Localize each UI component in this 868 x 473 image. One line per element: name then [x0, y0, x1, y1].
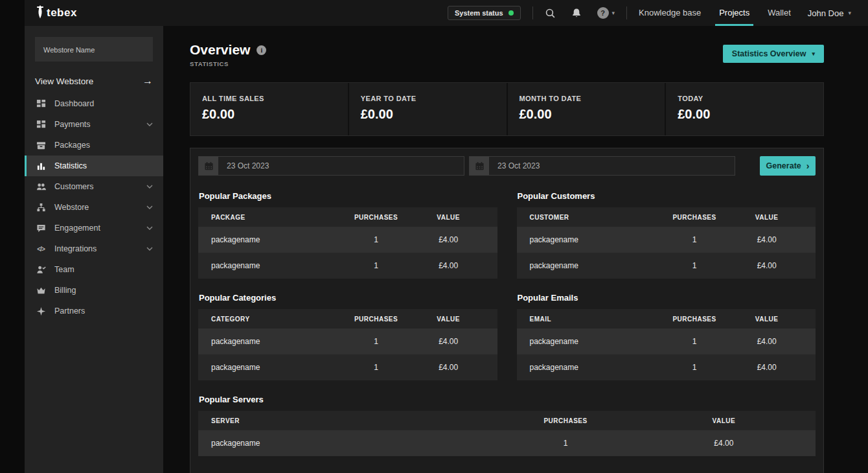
stat-label: MONTH TO DATE: [520, 95, 654, 102]
cell-name: packagename: [198, 261, 336, 270]
payments-grid-icon: [36, 120, 46, 130]
table-title: Popular Servers: [199, 395, 816, 404]
cell-purchases: 1: [336, 363, 417, 372]
column-header: PURCHASES: [654, 316, 735, 323]
cell-name: packagename: [517, 337, 654, 346]
chevron-down-icon: [146, 247, 153, 251]
sidebar-item-label: Engagement: [54, 224, 100, 233]
stat-label: TODAY: [678, 95, 812, 102]
webstore-name-input[interactable]: Webstore Name: [35, 37, 153, 62]
sidebar-item-label: Packages: [54, 141, 90, 150]
sidebar-item-billing[interactable]: Billing: [25, 280, 163, 301]
cell-value: £4.00: [649, 439, 816, 448]
column-header: VALUE: [735, 316, 816, 323]
stat-card-today: TODAY £0.00: [666, 83, 823, 135]
notifications-bell-icon[interactable]: [571, 8, 582, 18]
topbar-divider: [532, 6, 533, 19]
help-menu[interactable]: ? ▾: [597, 7, 615, 19]
sidebar-item-label: Customers: [54, 182, 93, 191]
user-menu[interactable]: John Doe ▾: [808, 8, 851, 18]
stat-card-all-time-sales: ALL TIME SALES £0.00: [190, 83, 348, 135]
cell-name: packagename: [517, 261, 654, 270]
table-header-row: CUSTOMER PURCHASES VALUE: [517, 207, 816, 227]
user-name: John Doe: [808, 8, 844, 18]
stat-card-year-to-date: YEAR TO DATE £0.00: [349, 83, 507, 135]
cell-value: £4.00: [735, 235, 816, 244]
sidebar-item-integrations[interactable]: </> Integrations: [25, 238, 163, 259]
sidebar: Webstore Name View Webstore → Dashboard …: [25, 26, 163, 473]
breadcrumb: STATISTICS: [190, 60, 266, 67]
page-header: Overview i STATISTICS Statistics Overvie…: [190, 42, 824, 67]
status-green-dot: [508, 10, 514, 16]
nav-knowledge-base[interactable]: Knowledge base: [639, 0, 701, 26]
table-header-row: EMAIL PURCHASES VALUE: [517, 309, 816, 329]
main-content: Overview i STATISTICS Statistics Overvie…: [163, 26, 868, 473]
sidebar-item-label: Payments: [54, 120, 91, 129]
stat-label: YEAR TO DATE: [361, 95, 495, 102]
statistics-panel: 23 Oct 2023 23 Oct 2023 Generate ›: [190, 148, 824, 473]
system-status-label: System status: [455, 9, 503, 17]
sidebar-item-payments[interactable]: Payments: [25, 114, 163, 135]
sidebar-nav: Dashboard Payments Packages: [25, 93, 163, 321]
dagger-logo-icon: [36, 5, 45, 21]
cell-name: packagename: [517, 363, 654, 372]
sidebar-item-partners[interactable]: Partners: [25, 301, 163, 321]
date-from-input[interactable]: 23 Oct 2023: [198, 156, 464, 176]
table-row: packagename 1 £4.00: [517, 354, 816, 380]
chat-bubble-icon: [36, 224, 46, 233]
table-row: packagename 1 £4.00: [198, 227, 497, 253]
cell-value: £4.00: [735, 261, 816, 270]
table-row: packagename 1 £4.00: [517, 329, 816, 354]
column-header: VALUE: [417, 214, 497, 221]
nav-wallet[interactable]: Wallet: [768, 0, 791, 26]
calendar-icon: [199, 157, 218, 175]
cell-value: £4.00: [417, 261, 497, 270]
date-to-input[interactable]: 23 Oct 2023: [469, 156, 735, 176]
system-status-badge[interactable]: System status: [448, 6, 521, 20]
sidebar-item-customers[interactable]: Customers: [25, 176, 163, 197]
cell-name: packagename: [198, 363, 336, 372]
search-icon[interactable]: [545, 8, 556, 19]
sidebar-item-label: Billing: [54, 286, 76, 295]
stats-summary-row: ALL TIME SALES £0.00 YEAR TO DATE £0.00 …: [190, 82, 824, 136]
sidebar-item-webstore[interactable]: Webstore: [25, 197, 163, 218]
table-row: packagename 1 £4.00: [198, 329, 497, 354]
help-icon: ?: [597, 7, 609, 19]
statistics-overview-dropdown-button[interactable]: Statistics Overview ▾: [723, 45, 824, 63]
sidebar-item-packages[interactable]: Packages: [25, 135, 163, 156]
info-icon[interactable]: i: [257, 45, 266, 55]
popular-customers-table: Popular Customers CUSTOMER PURCHASES VAL…: [517, 191, 816, 279]
column-header: PURCHASES: [482, 417, 648, 424]
sidebar-item-team[interactable]: Team: [25, 259, 163, 280]
table-header-row: SERVER PURCHASES VALUE: [198, 411, 816, 430]
chevron-down-icon: ▾: [848, 10, 851, 16]
stat-label: ALL TIME SALES: [202, 95, 336, 102]
cell-value: £4.00: [735, 337, 816, 346]
date-from-value: 23 Oct 2023: [218, 161, 269, 170]
column-header: VALUE: [417, 316, 497, 323]
cell-purchases: 1: [336, 337, 417, 346]
sidebar-item-engagement[interactable]: Engagement: [25, 218, 163, 238]
column-header: CUSTOMER: [517, 214, 654, 221]
generate-button[interactable]: Generate ›: [760, 156, 816, 176]
cell-value: £4.00: [417, 363, 497, 372]
column-header: PURCHASES: [654, 214, 735, 221]
table-title: Popular Packages: [199, 191, 497, 201]
column-header: SERVER: [198, 417, 482, 424]
view-webstore-link[interactable]: View Webstore →: [35, 75, 153, 87]
sidebar-item-dashboard[interactable]: Dashboard: [25, 93, 163, 114]
table-row: packagename 1 £4.00: [198, 253, 497, 279]
cell-value: £4.00: [735, 363, 816, 372]
nav-projects[interactable]: Projects: [719, 0, 749, 26]
cell-value: £4.00: [417, 337, 497, 346]
sidebar-item-statistics[interactable]: Statistics: [25, 156, 163, 176]
cell-name: packagename: [198, 337, 336, 346]
sidebar-item-label: Team: [54, 265, 74, 274]
people-icon: [36, 182, 46, 192]
stat-card-month-to-date: MONTH TO DATE £0.00: [508, 83, 665, 135]
cell-purchases: 1: [336, 235, 417, 244]
cell-name: packagename: [198, 235, 336, 244]
table-row: packagename 1 £4.00: [198, 430, 816, 456]
tebex-logo[interactable]: tebex: [36, 5, 77, 21]
topbar: tebex System status ? ▾ Knowledge base P…: [25, 0, 868, 26]
